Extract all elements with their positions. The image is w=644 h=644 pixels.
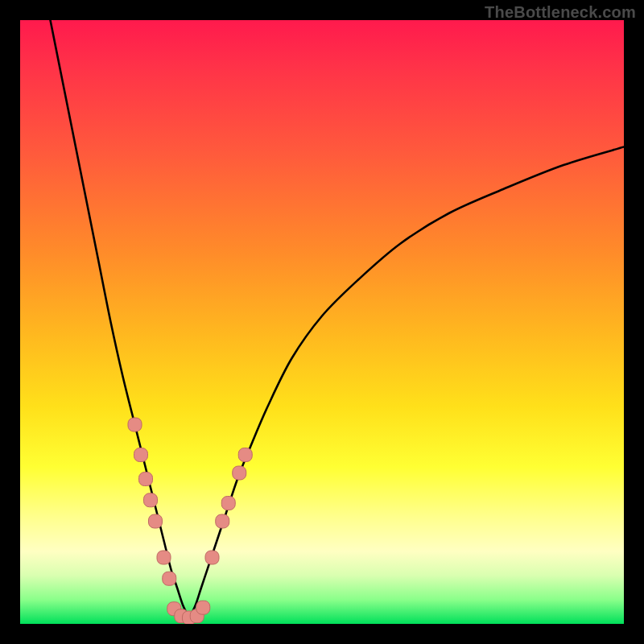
chart-svg xyxy=(20,20,624,624)
data-marker xyxy=(216,514,229,528)
data-marker xyxy=(233,466,246,480)
marker-group xyxy=(128,418,252,624)
right-curve xyxy=(189,147,624,618)
data-marker xyxy=(205,551,219,564)
chart-frame: TheBottleneck.com xyxy=(0,0,644,644)
data-marker xyxy=(139,473,153,486)
data-marker xyxy=(144,493,158,507)
data-marker xyxy=(134,448,148,462)
data-marker xyxy=(157,551,171,564)
data-marker xyxy=(196,601,210,614)
watermark-text: TheBottleneck.com xyxy=(485,3,636,22)
plot-area xyxy=(20,20,624,624)
data-marker xyxy=(238,448,252,462)
left-curve xyxy=(51,20,190,618)
data-marker xyxy=(163,572,176,585)
data-marker xyxy=(128,418,142,431)
data-marker xyxy=(221,497,235,510)
data-marker xyxy=(149,514,163,528)
curve-group xyxy=(51,20,625,618)
